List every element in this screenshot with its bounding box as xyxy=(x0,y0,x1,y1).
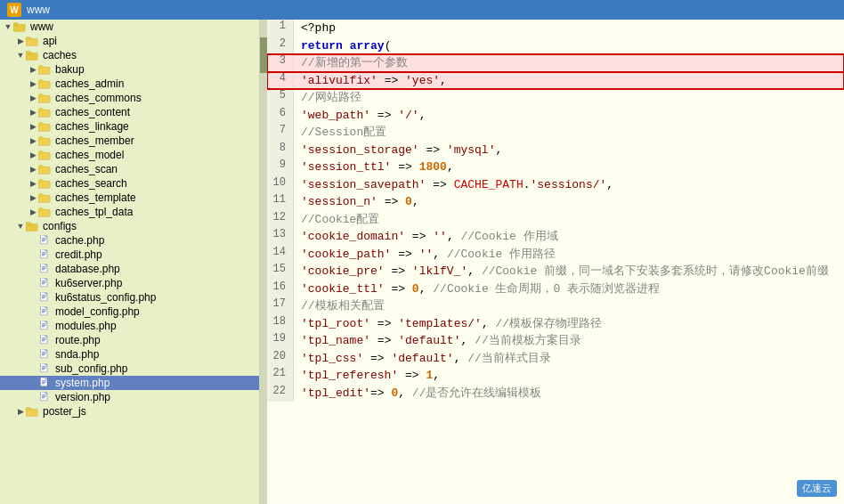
file-icon-snda_php xyxy=(37,349,52,360)
line-content-20[interactable]: 'tpl_css' => 'default', //当前样式目录 xyxy=(294,350,844,368)
line-content-22[interactable]: 'tpl_edit'=> 0, //是否允许在线编辑模板 xyxy=(294,385,844,402)
line-content-14[interactable]: 'cookie_path' => '', //Cookie 作用路径 xyxy=(294,246,844,264)
tree-item-caches_commons[interactable]: caches_commons xyxy=(0,91,259,105)
svg-rect-0 xyxy=(13,24,25,31)
tree-item-bakup[interactable]: bakup xyxy=(0,62,259,77)
tree-item-caches_member[interactable]: caches_member xyxy=(0,134,259,148)
tree-item-model_config_php[interactable]: model_config.php xyxy=(0,305,259,319)
tree-label-bakup: bakup xyxy=(55,63,85,76)
arrow-configs[interactable] xyxy=(16,222,25,231)
tree-item-caches_search[interactable]: caches_search xyxy=(0,176,259,191)
tree-item-version_php[interactable]: version.php xyxy=(0,390,259,404)
line-number-13: 13 xyxy=(267,228,294,246)
title-label: www xyxy=(27,4,50,16)
file-icon-route_php xyxy=(37,335,52,345)
tree-item-caches_model[interactable]: caches_model xyxy=(0,148,259,162)
arrow-bakup[interactable] xyxy=(28,65,37,74)
code-line-1: 1 <?php xyxy=(267,20,844,37)
tree-item-credit_php[interactable]: credit.php xyxy=(0,248,259,262)
tree-item-system_php[interactable]: system.php xyxy=(0,376,259,390)
line-content-17[interactable]: //模板相关配置 xyxy=(294,297,844,315)
tree-label-version_php: version.php xyxy=(55,391,110,403)
tree-item-caches_admin[interactable]: caches_admin xyxy=(0,77,259,91)
line-content-2[interactable]: return array( xyxy=(294,37,844,55)
file-icon-cache_php xyxy=(37,235,52,246)
line-number-19: 19 xyxy=(267,332,294,350)
folder-icon-caches_template xyxy=(37,192,52,203)
code-line-6: 6 'web_path' => '/', xyxy=(267,107,844,125)
line-content-11[interactable]: 'session_n' => 0, xyxy=(294,193,844,211)
arrow-www[interactable] xyxy=(4,22,12,31)
arrow-caches_search[interactable] xyxy=(28,179,37,188)
tree-item-www[interactable]: www xyxy=(0,20,259,34)
arrow-caches_scan[interactable] xyxy=(28,165,37,174)
tree-label-cache_php: cache.php xyxy=(55,234,104,247)
line-number-2: 2 xyxy=(267,37,294,55)
line-content-5[interactable]: //网站路径 xyxy=(294,89,844,107)
code-line-7: 7 //Session配置 xyxy=(267,124,844,142)
arrow-poster_js[interactable] xyxy=(16,407,25,416)
line-content-13[interactable]: 'cookie_domain' => '', //Cookie 作用域 xyxy=(294,228,844,246)
file-icon-version_php xyxy=(37,392,52,402)
tree-item-snda_php[interactable]: snda.php xyxy=(0,347,259,362)
svg-rect-3 xyxy=(26,37,30,40)
arrow-caches_model[interactable] xyxy=(28,150,37,159)
tree-item-sub_config_php[interactable]: sub_config.php xyxy=(0,362,259,376)
code-line-3: 3 //新增的第一个参数 xyxy=(267,54,844,72)
file-tree: www api caches bakup caches_admin caches… xyxy=(0,20,260,504)
line-content-1[interactable]: <?php xyxy=(294,20,844,37)
tree-label-modules_php: modules.php xyxy=(55,320,117,332)
line-content-12[interactable]: //Cookie配置 xyxy=(294,211,844,229)
arrow-caches_tpl_data[interactable] xyxy=(28,207,37,216)
line-content-7[interactable]: //Session配置 xyxy=(294,124,844,142)
code-line-12: 12 //Cookie配置 xyxy=(267,211,844,229)
svg-rect-19 xyxy=(38,151,43,154)
tree-item-caches_template[interactable]: caches_template xyxy=(0,191,259,205)
code-line-16: 16 'cookie_ttl' => 0, //Cookie 生命周期，0 表示… xyxy=(267,280,844,298)
tree-item-api[interactable]: api xyxy=(0,34,259,48)
tree-item-configs[interactable]: configs xyxy=(0,219,259,233)
line-content-15[interactable]: 'cookie_pre' => 'lklfV_', //Cookie 前缀，同一… xyxy=(294,263,844,280)
tree-scrollbar-thumb[interactable] xyxy=(260,37,267,73)
arrow-caches_linkage[interactable] xyxy=(28,122,37,131)
line-content-18[interactable]: 'tpl_root' => 'templates/', //模板保存物理路径 xyxy=(294,315,844,333)
svg-rect-22 xyxy=(38,181,50,188)
line-content-16[interactable]: 'cookie_ttl' => 0, //Cookie 生命周期，0 表示随浏览… xyxy=(294,280,844,298)
line-number-1: 1 xyxy=(267,20,294,37)
line-content-3[interactable]: //新增的第一个参数 xyxy=(294,54,844,72)
tree-item-caches_content[interactable]: caches_content xyxy=(0,105,259,119)
code-editor[interactable]: 1 <?php 2 return array( 3 //新增的第一个参数 4 '… xyxy=(267,20,844,504)
line-content-9[interactable]: 'session_ttl' => 1800, xyxy=(294,159,844,176)
code-line-4: 4 'alivulfix' => 'yes', xyxy=(267,72,844,90)
tree-scrollbar[interactable] xyxy=(260,20,267,504)
tree-item-caches_tpl_data[interactable]: caches_tpl_data xyxy=(0,205,259,219)
tree-item-caches_linkage[interactable]: caches_linkage xyxy=(0,119,259,134)
tree-item-database_php[interactable]: database.php xyxy=(0,262,259,276)
arrow-caches[interactable] xyxy=(16,51,25,60)
line-content-6[interactable]: 'web_path' => '/', xyxy=(294,107,844,125)
line-content-8[interactable]: 'session_storage' => 'mysql', xyxy=(294,142,844,159)
code-line-11: 11 'session_n' => 0, xyxy=(267,193,844,211)
arrow-caches_commons[interactable] xyxy=(28,93,37,102)
arrow-caches_content[interactable] xyxy=(28,108,37,117)
arrow-caches_template[interactable] xyxy=(28,193,37,202)
line-number-3: 3 xyxy=(267,54,294,72)
tree-item-poster_js[interactable]: poster_js xyxy=(0,404,259,419)
line-number-11: 11 xyxy=(267,193,294,211)
line-number-5: 5 xyxy=(267,89,294,107)
tree-item-caches_scan[interactable]: caches_scan xyxy=(0,162,259,176)
line-content-4[interactable]: 'alivulfix' => 'yes', xyxy=(294,72,844,90)
line-content-10[interactable]: 'session_savepath' => CACHE_PATH.'sessio… xyxy=(294,176,844,194)
tree-item-ku6server_php[interactable]: ku6server.php xyxy=(0,276,259,290)
tree-item-ku6status_config_php[interactable]: ku6status_config.php xyxy=(0,290,259,305)
svg-rect-28 xyxy=(26,224,37,231)
line-content-21[interactable]: 'tpl_referesh' => 1, xyxy=(294,367,844,385)
arrow-caches_member[interactable] xyxy=(28,136,37,145)
arrow-caches_admin[interactable] xyxy=(28,79,37,88)
arrow-api[interactable] xyxy=(16,37,25,45)
line-content-19[interactable]: 'tpl_name' => 'default', //当前模板方案目录 xyxy=(294,332,844,350)
tree-item-cache_php[interactable]: cache.php xyxy=(0,233,259,248)
tree-item-modules_php[interactable]: modules.php xyxy=(0,319,259,333)
tree-item-route_php[interactable]: route.php xyxy=(0,333,259,347)
tree-item-caches[interactable]: caches xyxy=(0,48,259,62)
